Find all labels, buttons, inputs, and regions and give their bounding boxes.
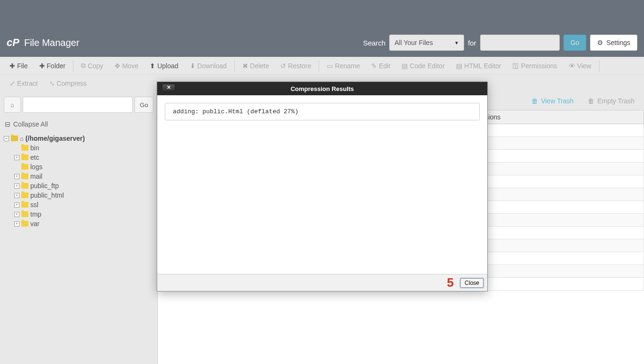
tree-item[interactable]: +mail xyxy=(14,172,153,181)
download-button[interactable]: ⬇Download xyxy=(184,59,233,73)
search-go-button[interactable]: Go xyxy=(564,35,587,51)
code-editor-button[interactable]: ▤Code Editor xyxy=(396,59,450,73)
trash-icon: 🗑 xyxy=(531,97,538,105)
trash-icon: 🗑 xyxy=(588,97,594,105)
main-toolbar: ✚File ✚Folder ⧉Copy ✥Move ⬆Upload ⬇Downl… xyxy=(0,57,644,75)
collapse-all-button[interactable]: ⊟ Collapse All xyxy=(4,118,153,130)
sidebar: ⌂ Go ⊟ Collapse All − ⌂ (/home/gigaserve… xyxy=(0,92,157,364)
delete-button[interactable]: ✖Delete xyxy=(237,59,275,73)
edit-button[interactable]: ✎Edit xyxy=(366,59,396,73)
toolbar-separator xyxy=(73,60,73,72)
compression-results-dialog: ✕ Compression Results adding: public.Htm… xyxy=(157,82,488,291)
for-label: for xyxy=(468,39,476,47)
folder-icon xyxy=(21,183,28,189)
html-editor-button[interactable]: ▤HTML Editor xyxy=(450,59,507,73)
search-scope-select[interactable]: All Your Files ▼ xyxy=(389,35,464,51)
plus-icon[interactable]: + xyxy=(14,202,19,208)
folder-open-icon xyxy=(11,136,18,141)
dialog-body: adding: public.Html (deflated 27%) xyxy=(157,95,487,274)
new-file-button[interactable]: ✚File xyxy=(4,59,34,73)
tree-item-label: ssl xyxy=(30,201,38,209)
tree-item-label: public_html xyxy=(30,191,64,199)
step-badge: 5 xyxy=(447,275,454,290)
tree-item[interactable]: bin xyxy=(14,143,153,153)
plus-icon: ✚ xyxy=(9,62,15,70)
home-icon: ⌂ xyxy=(20,135,24,142)
tree-item[interactable]: +public_html xyxy=(14,191,153,200)
search-label: Search xyxy=(363,39,386,47)
dialog-close-x-button[interactable]: ✕ xyxy=(162,84,175,91)
compression-output: adding: public.Html (deflated 27%) xyxy=(165,103,480,120)
folder-icon xyxy=(21,192,28,198)
html-icon: ▤ xyxy=(456,62,462,70)
tree-item-label: bin xyxy=(30,144,39,152)
move-button[interactable]: ✥Move xyxy=(109,59,144,73)
tree-item[interactable]: +ssl xyxy=(14,200,153,209)
tree-item[interactable]: +tmp xyxy=(14,209,153,219)
compress-icon: ⤡ xyxy=(49,80,55,87)
permissions-button[interactable]: ⚿Permissions xyxy=(507,59,563,73)
tree-item-label: tmp xyxy=(30,210,41,218)
toolbar-separator xyxy=(234,60,235,72)
extract-button[interactable]: ⤢Extract xyxy=(4,77,44,90)
dialog-header[interactable]: ✕ Compression Results xyxy=(157,82,487,95)
key-icon: ⚿ xyxy=(512,62,519,70)
folder-icon xyxy=(21,202,28,208)
upload-button[interactable]: ⬆Upload xyxy=(144,59,184,73)
copy-button[interactable]: ⧉Copy xyxy=(75,59,109,73)
plus-icon[interactable]: + xyxy=(14,183,19,189)
tree-item[interactable]: +etc xyxy=(14,153,153,162)
home-icon: ⌂ xyxy=(10,101,14,109)
compress-button[interactable]: ⤡Compress xyxy=(44,77,93,90)
path-go-button[interactable]: Go xyxy=(134,97,153,113)
plus-icon[interactable]: + xyxy=(14,174,19,179)
delete-icon: ✖ xyxy=(242,62,248,70)
plus-icon[interactable]: + xyxy=(14,193,19,198)
home-button[interactable]: ⌂ xyxy=(4,97,21,113)
settings-button[interactable]: ⚙ Settings xyxy=(590,35,637,51)
search-input[interactable] xyxy=(480,35,560,51)
toolbar-separator xyxy=(319,60,319,72)
rename-button[interactable]: ▭Rename xyxy=(321,59,366,73)
dialog-close-button[interactable]: Close xyxy=(460,278,483,288)
tree-item-label: public_ftp xyxy=(30,182,59,190)
tree-root[interactable]: − ⌂ (/home/gigaserver) xyxy=(4,134,153,143)
tree-item[interactable]: +public_ftp xyxy=(14,181,153,191)
folder-icon xyxy=(21,164,28,170)
pencil-icon: ✎ xyxy=(371,62,377,70)
minus-icon[interactable]: − xyxy=(4,136,9,141)
plus-icon[interactable]: + xyxy=(14,221,19,227)
plus-icon[interactable]: + xyxy=(14,212,19,217)
view-button[interactable]: 👁View xyxy=(563,59,597,73)
view-trash-button[interactable]: 🗑 View Trash xyxy=(531,97,573,105)
plus-icon: ✚ xyxy=(39,62,45,70)
folder-icon xyxy=(21,221,28,227)
plus-icon[interactable]: + xyxy=(14,155,19,160)
tree-item-label: logs xyxy=(30,163,43,171)
restore-button[interactable]: ↺Restore xyxy=(275,59,317,73)
window-top-bar xyxy=(0,0,644,28)
folder-tree: − ⌂ (/home/gigaserver) bin+etclogs+mail+… xyxy=(4,134,153,228)
move-icon: ✥ xyxy=(115,62,120,70)
extract-icon: ⤢ xyxy=(9,80,15,87)
path-input[interactable] xyxy=(23,97,133,113)
spacer xyxy=(14,146,19,151)
upload-icon: ⬆ xyxy=(150,62,155,70)
eye-icon: 👁 xyxy=(569,62,575,70)
collapse-icon: ⊟ xyxy=(5,120,10,128)
folder-icon xyxy=(21,211,28,217)
app-title: File Manager xyxy=(24,37,80,48)
folder-icon xyxy=(21,155,28,160)
settings-label: Settings xyxy=(606,39,630,46)
tree-item-label: var xyxy=(30,220,39,228)
spacer xyxy=(14,164,19,170)
chevron-down-icon: ▼ xyxy=(454,40,459,46)
app-header: cP File Manager Search All Your Files ▼ … xyxy=(0,28,644,57)
gear-icon: ⚙ xyxy=(597,39,603,46)
tree-item[interactable]: logs xyxy=(14,162,153,172)
new-folder-button[interactable]: ✚Folder xyxy=(34,59,72,73)
rename-icon: ▭ xyxy=(327,62,333,70)
tree-item[interactable]: +var xyxy=(14,219,153,228)
copy-icon: ⧉ xyxy=(81,62,86,70)
empty-trash-button[interactable]: 🗑 Empty Trash xyxy=(588,97,635,105)
